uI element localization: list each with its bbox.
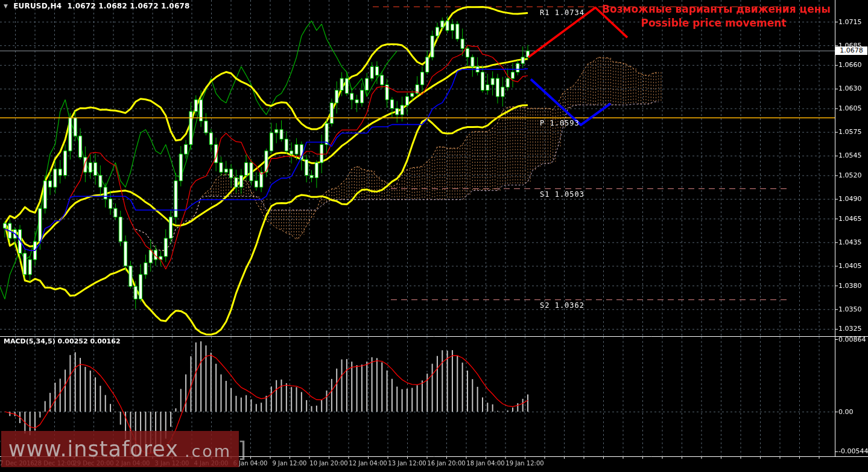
watermark-site-name: www.instaforex	[8, 437, 179, 461]
price-axis-label: 1.0325	[838, 325, 862, 333]
pivot-label-r1: R1 1.0734	[540, 8, 584, 17]
pivot-label-s1: S1 1.0503	[540, 190, 584, 199]
macd-axis-zero: 0.00	[838, 408, 854, 416]
time-axis-label: 10 Jan 20:00	[309, 460, 347, 467]
time-axis-label: 16 Jan 20:00	[427, 460, 465, 467]
macd-axis-min: -0.00544	[838, 447, 868, 455]
macd-axis-max: 0.00864	[838, 336, 866, 343]
instaforex-watermark: [ www.instaforex .com ]	[1, 431, 239, 467]
price-axis-label: 1.0545	[838, 151, 862, 159]
price-axis-label: 1.0490	[838, 195, 862, 203]
chart-title-bar: ▼ EURUSD,H4 1.0672 1.0682 1.0672 1.0678	[4, 2, 190, 10]
ohlc-values: 1.0672 1.0682 1.0672 1.0678	[67, 2, 189, 10]
time-axis-label: 9 Jan 12:00	[273, 460, 307, 467]
price-axis-label: 1.0380	[838, 282, 862, 290]
price-axis-label: 1.0605	[838, 104, 862, 112]
time-axis-label: 19 Jan 12:00	[505, 460, 543, 467]
chart-window: ▼ EURUSD,H4 1.0672 1.0682 1.0672 1.0678 …	[0, 0, 868, 472]
current-price-tag: 1.0678	[835, 46, 867, 55]
time-axis-label: 12 Jan 04:00	[349, 460, 387, 467]
time-axis-label: 18 Jan 04:00	[466, 460, 504, 467]
price-axis-label: 1.0630	[838, 85, 862, 92]
price-axis-label: 1.0435	[838, 238, 862, 246]
pivot-label-s2: S2 1.0362	[540, 301, 584, 310]
price-axis-label: 1.0575	[838, 128, 862, 136]
price-axis-label: 1.0660	[838, 61, 862, 69]
symbol-timeframe-label: EURUSD,H4	[13, 2, 62, 10]
pivot-label-p: P 1.0593	[540, 119, 580, 127]
watermark-bracket-left: [	[0, 437, 2, 462]
price-axis-label: 1.0405	[838, 262, 862, 270]
price-axis-label: 1.0350	[838, 305, 862, 313]
chevron-down-icon[interactable]: ▼	[4, 3, 8, 9]
price-axis-label: 1.0465	[838, 215, 862, 223]
price-axis-label: 1.0715	[838, 18, 862, 26]
watermark-tld: .com	[185, 442, 232, 461]
annotation-line-en: Possible price movement	[620, 17, 807, 29]
time-axis-label: 13 Jan 12:00	[388, 460, 426, 467]
annotation-line-ru: Возможные варианты движения цены	[602, 3, 803, 15]
watermark-bracket-right: ]	[238, 437, 246, 462]
chart-canvas[interactable]	[0, 0, 868, 472]
macd-indicator-label: MACD(5,34,5) 0.00252 0.00162	[4, 337, 121, 345]
price-axis-label: 1.0520	[838, 171, 862, 179]
